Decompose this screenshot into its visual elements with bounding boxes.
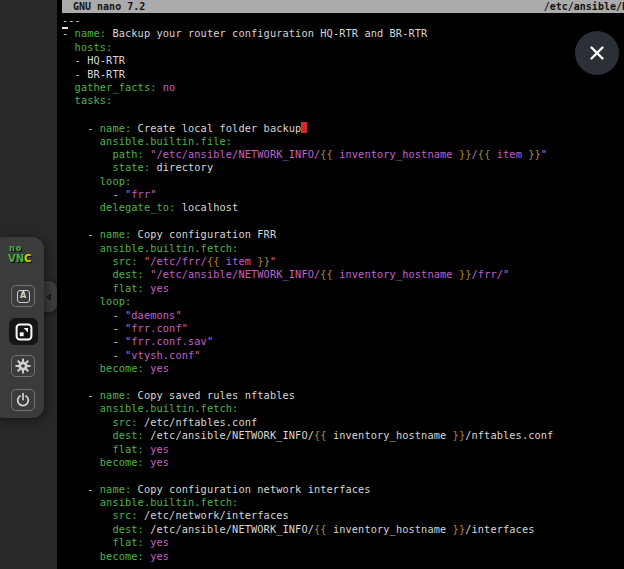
nano-app-title: GNU nano 7.2: [73, 0, 145, 13]
editor-line: dest: "/etc/ansible/NETWORK_INFO/{{ inve…: [62, 268, 624, 281]
editor-line: - name: Copy saved rules nftables: [62, 389, 624, 402]
editor-line: - name: Backup your router configuration…: [62, 27, 624, 40]
editor-line: ansible.builtin.file:: [62, 135, 624, 148]
nano-title-bar: GNU nano 7.2 /etc/ansible/b: [62, 0, 624, 13]
fullscreen-button[interactable]: [9, 318, 38, 345]
editor-line: delegate_to: localhost: [62, 201, 624, 214]
collapse-left-arrow-icon: [46, 293, 51, 301]
disconnect-button[interactable]: [11, 389, 35, 411]
novnc-logo-c: C: [24, 253, 31, 264]
editor-line: - name: Copy configuration network inter…: [62, 483, 624, 496]
editor-line: ---: [62, 14, 624, 27]
editor-line: loop:: [62, 175, 624, 188]
editor-line: hosts:: [62, 41, 624, 54]
editor-line: ansible.builtin.fetch:: [62, 496, 624, 509]
editor-line: - "daemons": [62, 309, 624, 322]
editor-line: - HQ-RTR: [62, 54, 624, 67]
vnc-control-bar: noVNC A: [0, 237, 44, 418]
editor-line: become: yes: [62, 456, 624, 469]
editor-line: - "frr.conf.sav": [62, 335, 624, 348]
expand-icon: [15, 323, 33, 341]
editor-line: ansible.builtin.fetch:: [62, 242, 624, 255]
close-overlay-button[interactable]: [575, 31, 619, 75]
power-icon: [14, 391, 32, 409]
editor-line: tasks:: [62, 94, 624, 107]
editor-line: become: yes: [62, 550, 624, 563]
novnc-logo: noVNC: [8, 245, 31, 263]
editor-line: flat: yes: [62, 443, 624, 456]
editor-line: [62, 108, 624, 121]
editor-line: become: yes: [62, 362, 624, 375]
editor-line: - "vtysh.conf": [62, 349, 624, 362]
editor-line: src: /etc/network/interfaces: [62, 509, 624, 522]
editor-line: - "frr": [62, 188, 624, 201]
editor-line: path: "/etc/ansible/NETWORK_INFO/{{ inve…: [62, 148, 624, 161]
editor-line: - "frr.conf": [62, 322, 624, 335]
x-close-icon: [575, 31, 619, 75]
editor-line: flat: yes: [62, 282, 624, 295]
novnc-logo-vn: VN: [8, 253, 24, 264]
vnc-terminal-screen[interactable]: GNU nano 7.2 /etc/ansible/b ---- name: B…: [57, 0, 624, 569]
editor-line: [62, 469, 624, 482]
editor-line: flat: yes: [62, 536, 624, 549]
terminal-cursor-underline: [62, 27, 68, 29]
vnc-control-bar-handle[interactable]: [42, 281, 57, 312]
editor-line: state: directory: [62, 161, 624, 174]
editor-line: ansible.builtin.fetch:: [62, 402, 624, 415]
keyboard-a-icon: A: [17, 290, 30, 303]
editor-line: [62, 215, 624, 228]
editor-line: gather_facts: no: [62, 81, 624, 94]
text-cursor: [301, 122, 307, 133]
editor-line: src: "/etc/frr/{{ item }}": [62, 255, 624, 268]
editor-line: loop:: [62, 295, 624, 308]
editor-line: src: /etc/nftables.conf: [62, 416, 624, 429]
editor-line: - name: Copy configuration FRR: [62, 228, 624, 241]
editor-lines: ---- name: Backup your router configurat…: [62, 14, 624, 569]
editor-line: - BR-RTR: [62, 68, 624, 81]
editor-line: - name: Create local folder backup: [62, 121, 624, 134]
nano-file-path: /etc/ansible/b: [544, 0, 624, 13]
editor-line: [62, 376, 624, 389]
extra-keys-button[interactable]: A: [11, 285, 35, 307]
settings-button[interactable]: [11, 355, 35, 377]
editor-line: dest: /etc/ansible/NETWORK_INFO/{{ inven…: [62, 429, 624, 442]
gear-icon: [14, 357, 32, 375]
editor-line: dest: /etc/ansible/NETWORK_INFO/{{ inven…: [62, 523, 624, 536]
novnc-logo-no: no: [9, 245, 31, 253]
